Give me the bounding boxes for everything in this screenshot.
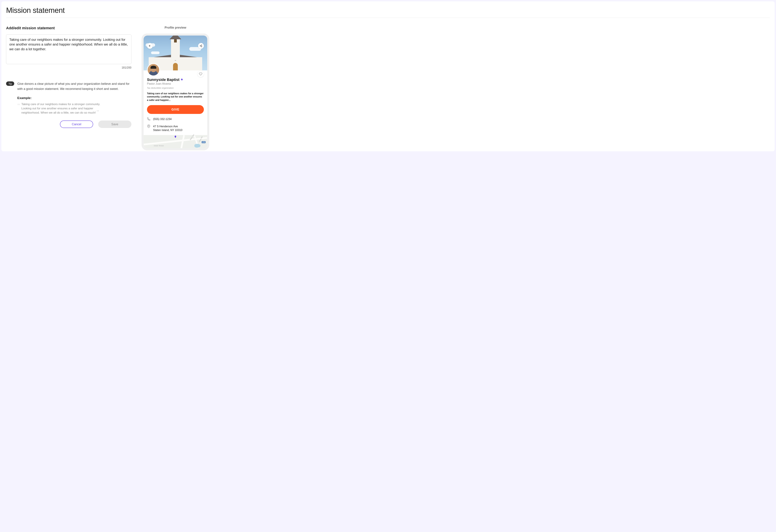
route-badge: 278	[202, 141, 206, 143]
profile-section: Sunnyside Baptist Pastor Juan Alvarez Ta…	[144, 70, 207, 135]
phone-icon	[147, 117, 150, 121]
phone-content: Sunnyside Baptist Pastor Juan Alvarez Ta…	[144, 36, 207, 148]
map-water	[194, 144, 200, 148]
map-road-label: Ocean Terrace	[154, 145, 164, 147]
heart-icon	[199, 72, 202, 76]
profile-header: Sunnyside Baptist Pastor Juan Alvarez Ta…	[147, 70, 204, 132]
org-subtitle: Pastor Juan Alvarez	[147, 82, 204, 85]
map-road	[181, 135, 185, 148]
address-line2: Staten Island, NY 10310	[153, 128, 182, 132]
phone-text: (555) 332-1234	[153, 117, 172, 121]
mission-textarea[interactable]	[6, 34, 132, 64]
avatar	[147, 63, 160, 76]
tip-text: Give donors a clear picture of what you …	[17, 81, 132, 91]
location-pin-icon	[147, 124, 150, 128]
svg-point-2	[200, 45, 201, 46]
phone-preview: Sunnyside Baptist Pastor Juan Alvarez Ta…	[142, 33, 209, 150]
map[interactable]: Ocean Terrace Manor Rd Clove Rd 278	[144, 135, 207, 148]
tax-note: Tax deductible organization	[147, 87, 204, 89]
svg-line-5	[201, 45, 201, 46]
phone-row: (555) 332-1234	[147, 117, 204, 121]
page-container: Mission statement Add/edit mission state…	[1, 1, 775, 151]
give-button[interactable]: GIVE	[147, 105, 204, 114]
steeple-roof-icon	[170, 36, 181, 39]
share-icon	[200, 44, 202, 47]
address-text: 47 S Henderson Ave Staten Island, NY 103…	[153, 124, 182, 132]
svg-point-1	[201, 45, 202, 45]
save-button[interactable]: Save	[98, 120, 132, 128]
char-counter: 181/200	[6, 66, 132, 69]
share-button[interactable]	[198, 43, 204, 49]
editor-column: Add/edit mission statement 181/200 Tip G…	[6, 26, 132, 150]
example-heading: Example:	[17, 96, 132, 100]
content-wrapper: Add/edit mission statement 181/200 Tip G…	[6, 26, 770, 150]
arrow-left-icon	[149, 44, 151, 47]
textarea-wrapper: 181/200	[6, 34, 132, 69]
mission-preview-text: Taking care of our neighbors makes for a…	[147, 92, 204, 102]
preview-heading: Profile preview	[142, 26, 209, 29]
tip-content: Give donors a clear picture of what you …	[17, 81, 132, 128]
preview-column: Profile preview	[142, 26, 209, 150]
example-quote: Taking care of our neighbors makes for a…	[17, 102, 109, 115]
button-row: Cancel Save	[17, 120, 132, 128]
cancel-button[interactable]: Cancel	[60, 120, 93, 128]
tip-section: Tip Give donors a clear picture of what …	[6, 81, 132, 128]
favorite-button[interactable]	[197, 71, 204, 77]
svg-point-3	[201, 46, 202, 47]
address-line1: 47 S Henderson Ave	[153, 124, 182, 128]
svg-point-6	[148, 125, 149, 126]
editor-heading: Add/edit mission statement	[6, 26, 132, 30]
tip-badge: Tip	[6, 81, 14, 86]
org-name: Sunnyside Baptist	[147, 77, 180, 82]
map-pin-icon	[174, 136, 177, 138]
org-name-row: Sunnyside Baptist	[147, 77, 204, 82]
address-row: 47 S Henderson Ave Staten Island, NY 103…	[147, 124, 204, 132]
page-title: Mission statement	[6, 6, 770, 15]
verified-badge-icon	[181, 78, 183, 81]
svg-marker-0	[170, 36, 181, 39]
svg-line-4	[201, 46, 201, 46]
back-button[interactable]	[147, 43, 153, 49]
